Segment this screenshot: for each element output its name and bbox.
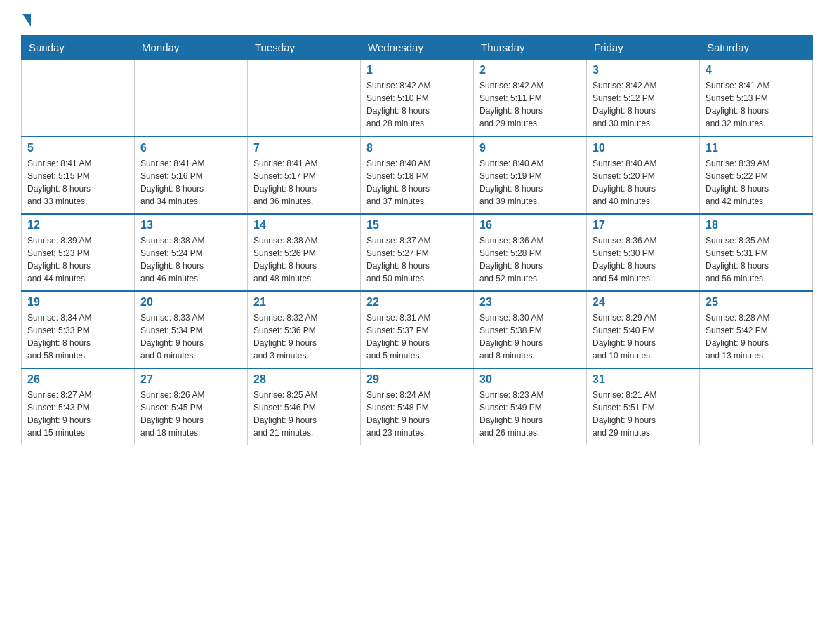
calendar-cell: 4Sunrise: 8:41 AM Sunset: 5:13 PM Daylig…: [700, 60, 813, 137]
day-number: 6: [140, 142, 241, 154]
weekday-header-wednesday: Wednesday: [361, 36, 474, 60]
calendar-cell: 29Sunrise: 8:24 AM Sunset: 5:48 PM Dayli…: [361, 368, 474, 445]
day-info: Sunrise: 8:38 AM Sunset: 5:24 PM Dayligh…: [140, 234, 241, 285]
day-info: Sunrise: 8:42 AM Sunset: 5:10 PM Dayligh…: [366, 79, 468, 130]
calendar-cell: 21Sunrise: 8:32 AM Sunset: 5:36 PM Dayli…: [248, 291, 361, 368]
calendar-cell: 23Sunrise: 8:30 AM Sunset: 5:38 PM Dayli…: [474, 291, 587, 368]
day-number: 27: [140, 373, 241, 386]
day-info: Sunrise: 8:41 AM Sunset: 5:13 PM Dayligh…: [706, 79, 807, 130]
day-number: 4: [706, 64, 807, 76]
day-number: 15: [366, 219, 468, 232]
day-info: Sunrise: 8:42 AM Sunset: 5:11 PM Dayligh…: [479, 79, 581, 130]
day-number: 18: [706, 219, 807, 232]
day-info: Sunrise: 8:41 AM Sunset: 5:15 PM Dayligh…: [27, 157, 128, 208]
calendar-cell: 27Sunrise: 8:26 AM Sunset: 5:45 PM Dayli…: [135, 368, 248, 445]
calendar-cell: 31Sunrise: 8:21 AM Sunset: 5:51 PM Dayli…: [587, 368, 700, 445]
day-info: Sunrise: 8:26 AM Sunset: 5:45 PM Dayligh…: [140, 389, 241, 439]
day-info: Sunrise: 8:42 AM Sunset: 5:12 PM Dayligh…: [593, 79, 694, 130]
day-info: Sunrise: 8:40 AM Sunset: 5:20 PM Dayligh…: [593, 157, 694, 208]
calendar-cell: 8Sunrise: 8:40 AM Sunset: 5:18 PM Daylig…: [361, 137, 474, 214]
calendar-cell: 19Sunrise: 8:34 AM Sunset: 5:33 PM Dayli…: [22, 291, 135, 368]
weekday-header-row: SundayMondayTuesdayWednesdayThursdayFrid…: [22, 36, 813, 60]
weekday-header-monday: Monday: [135, 36, 248, 60]
day-info: Sunrise: 8:35 AM Sunset: 5:31 PM Dayligh…: [706, 234, 807, 285]
calendar-cell: 20Sunrise: 8:33 AM Sunset: 5:34 PM Dayli…: [135, 291, 248, 368]
calendar-cell: 1Sunrise: 8:42 AM Sunset: 5:10 PM Daylig…: [361, 60, 474, 137]
day-number: 25: [706, 296, 807, 309]
weekday-header-saturday: Saturday: [700, 36, 813, 60]
calendar-week-row: 1Sunrise: 8:42 AM Sunset: 5:10 PM Daylig…: [22, 60, 813, 137]
day-number: 11: [706, 142, 807, 154]
day-info: Sunrise: 8:21 AM Sunset: 5:51 PM Dayligh…: [593, 389, 694, 439]
day-number: 17: [593, 219, 694, 232]
day-info: Sunrise: 8:33 AM Sunset: 5:34 PM Dayligh…: [140, 311, 241, 362]
day-number: 8: [366, 142, 468, 154]
calendar-cell: 10Sunrise: 8:40 AM Sunset: 5:20 PM Dayli…: [587, 137, 700, 214]
day-number: 5: [27, 142, 128, 154]
day-info: Sunrise: 8:39 AM Sunset: 5:22 PM Dayligh…: [706, 157, 807, 208]
day-info: Sunrise: 8:36 AM Sunset: 5:30 PM Dayligh…: [593, 234, 694, 285]
day-number: 13: [140, 219, 241, 232]
day-number: 29: [366, 373, 468, 386]
calendar-cell: 26Sunrise: 8:27 AM Sunset: 5:43 PM Dayli…: [22, 368, 135, 445]
calendar-week-row: 26Sunrise: 8:27 AM Sunset: 5:43 PM Dayli…: [22, 368, 813, 445]
calendar-cell: 18Sunrise: 8:35 AM Sunset: 5:31 PM Dayli…: [700, 214, 813, 291]
day-number: 10: [593, 142, 694, 154]
day-number: 26: [27, 373, 128, 386]
weekday-header-tuesday: Tuesday: [248, 36, 361, 60]
weekday-header-friday: Friday: [587, 36, 700, 60]
day-number: 14: [253, 219, 355, 232]
day-number: 21: [253, 296, 355, 309]
day-number: 16: [479, 219, 581, 232]
calendar-week-row: 12Sunrise: 8:39 AM Sunset: 5:23 PM Dayli…: [22, 214, 813, 291]
day-number: 12: [27, 219, 128, 232]
day-info: Sunrise: 8:27 AM Sunset: 5:43 PM Dayligh…: [27, 389, 128, 439]
calendar-week-row: 5Sunrise: 8:41 AM Sunset: 5:15 PM Daylig…: [22, 137, 813, 214]
day-info: Sunrise: 8:29 AM Sunset: 5:40 PM Dayligh…: [593, 311, 694, 362]
day-number: 20: [140, 296, 241, 309]
day-number: 24: [593, 296, 694, 309]
weekday-header-thursday: Thursday: [474, 36, 587, 60]
day-info: Sunrise: 8:28 AM Sunset: 5:42 PM Dayligh…: [706, 311, 807, 362]
calendar-table: SundayMondayTuesdayWednesdayThursdayFrid…: [21, 35, 813, 445]
calendar-cell: 16Sunrise: 8:36 AM Sunset: 5:28 PM Dayli…: [474, 214, 587, 291]
day-info: Sunrise: 8:39 AM Sunset: 5:23 PM Dayligh…: [27, 234, 128, 285]
day-info: Sunrise: 8:23 AM Sunset: 5:49 PM Dayligh…: [479, 389, 581, 439]
day-info: Sunrise: 8:38 AM Sunset: 5:26 PM Dayligh…: [253, 234, 355, 285]
calendar-cell: [248, 60, 361, 137]
calendar-cell: 5Sunrise: 8:41 AM Sunset: 5:15 PM Daylig…: [22, 137, 135, 214]
calendar-cell: 15Sunrise: 8:37 AM Sunset: 5:27 PM Dayli…: [361, 214, 474, 291]
day-info: Sunrise: 8:41 AM Sunset: 5:17 PM Dayligh…: [253, 157, 355, 208]
day-number: 1: [366, 64, 468, 76]
calendar-cell: 13Sunrise: 8:38 AM Sunset: 5:24 PM Dayli…: [135, 214, 248, 291]
day-number: 7: [253, 142, 355, 154]
day-number: 3: [593, 64, 694, 76]
day-info: Sunrise: 8:36 AM Sunset: 5:28 PM Dayligh…: [479, 234, 581, 285]
day-number: 28: [253, 373, 355, 386]
calendar-cell: 24Sunrise: 8:29 AM Sunset: 5:40 PM Dayli…: [587, 291, 700, 368]
day-number: 22: [366, 296, 468, 309]
page-header: [21, 14, 813, 28]
day-number: 23: [479, 296, 581, 309]
day-info: Sunrise: 8:40 AM Sunset: 5:18 PM Dayligh…: [366, 157, 468, 208]
day-info: Sunrise: 8:37 AM Sunset: 5:27 PM Dayligh…: [366, 234, 468, 285]
calendar-cell: 9Sunrise: 8:40 AM Sunset: 5:19 PM Daylig…: [474, 137, 587, 214]
calendar-cell: 22Sunrise: 8:31 AM Sunset: 5:37 PM Dayli…: [361, 291, 474, 368]
calendar-cell: 11Sunrise: 8:39 AM Sunset: 5:22 PM Dayli…: [700, 137, 813, 214]
calendar-cell: [700, 368, 813, 445]
day-number: 19: [27, 296, 128, 309]
calendar-cell: 6Sunrise: 8:41 AM Sunset: 5:16 PM Daylig…: [135, 137, 248, 214]
logo: [21, 14, 31, 28]
day-number: 9: [479, 142, 581, 154]
calendar-cell: 12Sunrise: 8:39 AM Sunset: 5:23 PM Dayli…: [22, 214, 135, 291]
day-number: 2: [479, 64, 581, 76]
day-info: Sunrise: 8:30 AM Sunset: 5:38 PM Dayligh…: [479, 311, 581, 362]
calendar-cell: 17Sunrise: 8:36 AM Sunset: 5:30 PM Dayli…: [587, 214, 700, 291]
calendar-cell: [135, 60, 248, 137]
day-info: Sunrise: 8:24 AM Sunset: 5:48 PM Dayligh…: [366, 389, 468, 439]
day-info: Sunrise: 8:32 AM Sunset: 5:36 PM Dayligh…: [253, 311, 355, 362]
day-number: 31: [593, 373, 694, 386]
calendar-cell: 2Sunrise: 8:42 AM Sunset: 5:11 PM Daylig…: [474, 60, 587, 137]
logo-triangle-icon: [22, 14, 31, 27]
calendar-week-row: 19Sunrise: 8:34 AM Sunset: 5:33 PM Dayli…: [22, 291, 813, 368]
